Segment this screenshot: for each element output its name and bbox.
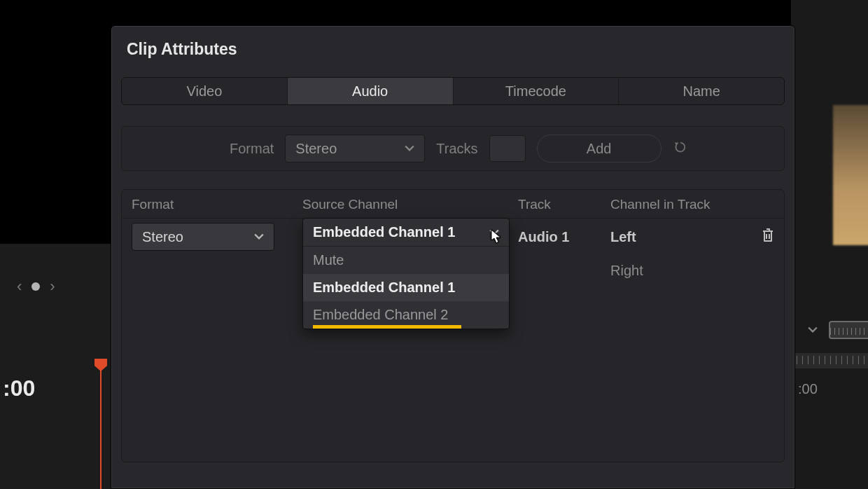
tab-timecode[interactable]: Timecode <box>454 78 620 104</box>
ruler-icon[interactable] <box>829 321 868 339</box>
dropdown-selected-label: Embedded Channel 1 <box>313 224 455 240</box>
dropdown-option-embedded-2[interactable]: Embedded Channel 2 <box>303 301 509 329</box>
dropdown-option-embedded-1[interactable]: Embedded Channel 1 <box>303 274 509 301</box>
table-header: Format Source Channel Track Channel in T… <box>122 190 784 219</box>
tab-audio[interactable]: Audio <box>288 78 454 104</box>
tracks-input[interactable] <box>489 135 526 162</box>
tab-bar: Video Audio Timecode Name <box>121 77 785 105</box>
highlight-underline <box>313 325 461 329</box>
dialog-title: Clip Attributes <box>111 26 794 64</box>
delete-row-button[interactable] <box>761 228 775 247</box>
col-format: Format <box>132 197 302 212</box>
playhead-line <box>100 369 102 489</box>
tab-video[interactable]: Video <box>122 78 288 104</box>
dropdown-selected[interactable]: Embedded Channel 1 <box>303 219 509 247</box>
source-channel-dropdown[interactable]: Embedded Channel 1 Mute Embedded Channel… <box>302 218 510 329</box>
row-track: Audio 1 <box>518 229 610 245</box>
reset-icon[interactable] <box>673 139 688 158</box>
channel-table: Format Source Channel Track Channel in T… <box>121 189 785 462</box>
format-select[interactable]: Stereo <box>285 135 425 163</box>
col-track: Track <box>518 197 610 212</box>
col-source-channel: Source Channel <box>302 197 518 212</box>
clip-attributes-dialog: Clip Attributes Video Audio Timecode Nam… <box>111 25 795 489</box>
page-dots: ‹ › <box>17 277 55 296</box>
format-select-value: Stereo <box>295 141 337 157</box>
add-button-label: Add <box>587 141 612 157</box>
chevron-down-icon <box>254 232 264 242</box>
row-format-select[interactable]: Stereo <box>132 223 274 251</box>
chevron-down-icon <box>405 144 414 153</box>
chevron-right-icon[interactable]: › <box>50 277 55 296</box>
chevron-down-icon <box>489 228 499 237</box>
dropdown-option-mute[interactable]: Mute <box>303 247 509 274</box>
timeline-timecode-right: :00 <box>798 381 818 397</box>
dropdown-option-label: Embedded Channel 2 <box>313 307 448 322</box>
tab-name[interactable]: Name <box>619 78 784 104</box>
add-button[interactable]: Add <box>537 135 662 163</box>
timeline-ruler[interactable] <box>791 353 868 369</box>
row-format-value: Stereo <box>142 229 183 245</box>
page-dot[interactable] <box>31 282 40 291</box>
add-track-controls: Format Stereo Tracks Add <box>121 126 785 171</box>
timeline-timecode-left: :00 <box>3 376 35 401</box>
right-toolbar <box>806 321 868 339</box>
format-label: Format <box>230 141 274 157</box>
row-channel-in-track: Right <box>610 263 750 279</box>
tracks-label: Tracks <box>436 141 477 157</box>
backdrop-thumbnail <box>833 105 868 245</box>
col-channel-in-track: Channel in Track <box>610 197 750 212</box>
row-channel-in-track: Left <box>610 229 750 245</box>
chevron-left-icon[interactable]: ‹ <box>17 277 22 296</box>
chevron-down-icon[interactable] <box>806 324 819 336</box>
